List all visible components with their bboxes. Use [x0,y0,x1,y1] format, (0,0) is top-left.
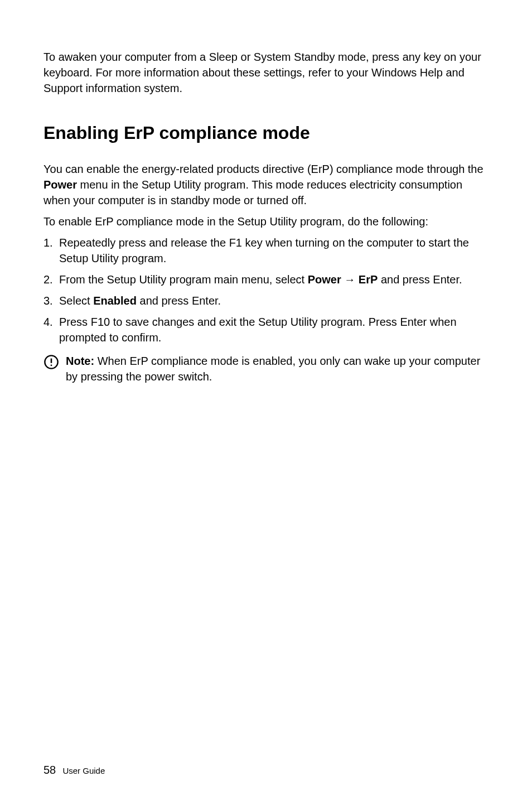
item2-text-b: and press Enter. [378,273,462,286]
note-callout: Note: When ErP compliance mode is enable… [43,353,489,384]
list-item-number: 4. [43,314,59,345]
list-item: 4. Press F10 to save changes and exit th… [43,314,489,345]
svg-point-2 [51,364,52,366]
page-number: 58 [43,764,56,776]
list-item: 3. Select Enabled and press Enter. [43,293,489,308]
list-item-text: Repeatedly press and release the F1 key … [59,235,489,266]
section-heading: Enabling ErP compliance mode [43,123,489,143]
description-paragraph-2: To enable ErP compliance mode in the Set… [43,214,489,229]
page-footer: 58 User Guide [43,764,105,777]
list-item-number: 1. [43,235,59,266]
list-item-number: 2. [43,272,59,287]
list-item: 2. From the Setup Utility program main m… [43,272,489,287]
list-item-number: 3. [43,293,59,308]
note-text: Note: When ErP compliance mode is enable… [66,353,489,384]
note-label: Note: [66,355,94,367]
alert-icon [43,353,66,372]
list-item-text: From the Setup Utility program main menu… [59,272,489,287]
para1-text-b: menu in the Setup Utility program. This … [43,179,462,206]
list-item: 1. Repeatedly press and release the F1 k… [43,235,489,266]
ordered-list: 1. Repeatedly press and release the F1 k… [43,235,489,345]
list-item-text: Press F10 to save changes and exit the S… [59,314,489,345]
item3-text-a: Select [59,295,93,307]
item3-text-b: and press Enter. [137,295,221,307]
note-body: When ErP compliance mode is enabled, you… [66,355,480,383]
description-paragraph-1: You can enable the energy-related produc… [43,161,489,208]
item2-bold: Power → ErP [308,273,378,286]
para1-bold-power: Power [43,179,77,191]
item3-bold: Enabled [93,295,137,307]
item2-text-a: From the Setup Utility program main menu… [59,273,308,286]
list-item-text: Select Enabled and press Enter. [59,293,489,308]
footer-label: User Guide [62,766,105,775]
intro-paragraph: To awaken your computer from a Sleep or … [43,49,489,96]
para1-text-a: You can enable the energy-related produc… [43,163,483,175]
